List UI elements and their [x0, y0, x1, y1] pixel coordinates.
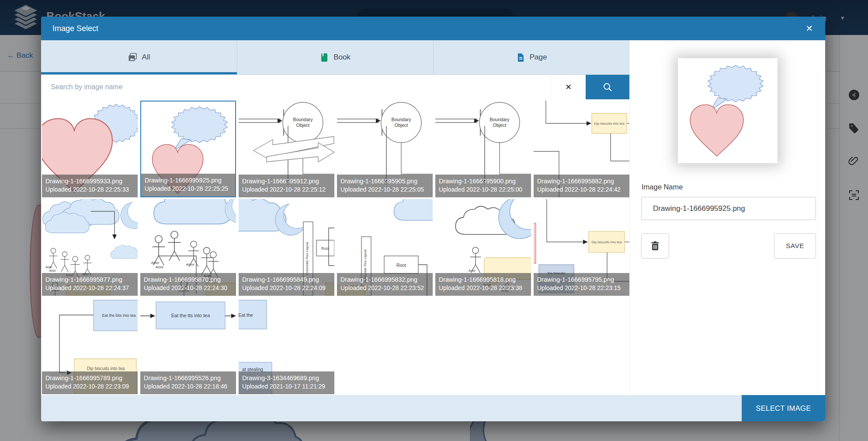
thumbnail-name: Drawing-1-1666995789.png — [45, 374, 134, 382]
search-button[interactable] — [586, 75, 629, 99]
tab-book[interactable]: Book — [237, 40, 434, 74]
gallery-item[interactable]: Horizontal Tree LayoutRoot Drawing-1-166… — [239, 199, 334, 296]
thumbnail-name: Drawing-1-1666995912.png — [242, 177, 331, 186]
search-input[interactable] — [41, 75, 551, 99]
gallery-item[interactable]: ActorActorActorActorActor Drawing-1-1666… — [140, 199, 236, 296]
gallery-item[interactable]: BoundaryObject Drawing-1-1666995912.png … — [239, 101, 334, 197]
gallery-item[interactable]: ActorActorActorActor Drawing-1-166699587… — [42, 199, 138, 296]
thumbnail-caption: Drawing-1-1666995900.png Uploaded 2022-1… — [435, 175, 531, 197]
thumbnail-uploaded: Uploaded 2022-10-28 22:25:05 — [340, 186, 429, 194]
thumbnail-name: Drawing-1-1666995933.png — [45, 177, 134, 186]
thumbnail-uploaded: Uploaded 2022-10-28 22:25:33 — [45, 186, 134, 194]
gallery-item[interactable]: Dip biscuits into teathe biscuits Drawin… — [534, 199, 629, 296]
svg-text:Eat the tts into tea: Eat the tts into tea — [171, 313, 211, 318]
thumbnail-caption: Drawing-3-1634469689.png Uploaded 2021-1… — [239, 371, 334, 394]
svg-text:Root: Root — [321, 246, 330, 251]
thumbnail-caption: Drawing-1-1666995882.png Uploaded 2022-1… — [534, 175, 629, 197]
thumbnail-name: Drawing-3-1634469689.png — [242, 374, 331, 382]
thumbnail-caption: Drawing-1-1666995526.png Uploaded 2022-1… — [140, 371, 236, 394]
image-select-modal: Image Select ✕ All — [41, 17, 825, 421]
gallery-item[interactable]: BoundaryObject Drawing-1-1666995905.png … — [337, 101, 433, 197]
thumbnail-name: Drawing-1-1666995526.png — [144, 374, 233, 382]
svg-text:Boundary: Boundary — [293, 117, 313, 122]
thumbnail-uploaded: Uploaded 2022-10-28 22:23:38 — [439, 284, 528, 292]
thumbnail-uploaded: Uploaded 2022-10-28 22:23:52 — [340, 284, 429, 292]
svg-text:Actor: Actor — [45, 266, 52, 269]
svg-text:Eat the bits into tea: Eat the bits into tea — [102, 313, 135, 318]
thumbnail-name: Drawing-1-1666995925.png — [145, 176, 232, 185]
svg-text:Dip biscuits into tea: Dip biscuits into tea — [594, 122, 625, 126]
thumbnail-name: Drawing-1-1666995905.png — [340, 177, 429, 186]
image-name-input[interactable] — [641, 197, 816, 220]
thumbnail-uploaded: Uploaded 2022-10-28 22:18:46 — [144, 382, 233, 391]
modal-header: Image Select ✕ — [41, 17, 825, 40]
thumbnail-caption: Drawing-1-1666995849.png Uploaded 2022-1… — [239, 273, 334, 296]
modal-footer: SELECT IMAGE — [41, 395, 825, 421]
svg-text:Boundary: Boundary — [392, 117, 412, 122]
thumbnail-uploaded: Uploaded 2022-10-28 22:23:09 — [45, 382, 134, 391]
svg-text:Dip biscuits into tea: Dip biscuits into tea — [591, 240, 622, 244]
gallery-item[interactable]: BoundaryObject Drawing-1-1666995900.png … — [435, 101, 531, 197]
search-row: ✕ — [41, 75, 629, 99]
gallery-item[interactable]: ActorActorActor Drawing-1-1666995818.png… — [435, 199, 531, 296]
gallery-item[interactable]: Eat the bits into teaDip biscuits into t… — [42, 298, 138, 394]
clear-icon: ✕ — [565, 83, 572, 91]
select-image-button[interactable]: SELECT IMAGE — [742, 395, 825, 421]
gallery-item[interactable]: Drawing-1-1666995925.png Uploaded 2022-1… — [140, 101, 236, 197]
svg-text:Actor: Actor — [186, 262, 194, 266]
thumbnail-name: Drawing-1-1666995795.png — [537, 276, 626, 284]
tab-bar: All Book — [41, 40, 629, 75]
tab-all[interactable]: All — [41, 40, 237, 74]
thumbnail-uploaded: Uploaded 2022-10-28 22:24:30 — [144, 284, 233, 292]
svg-text:Object: Object — [395, 122, 408, 128]
thumbnail-name: Drawing-1-1666995818.png — [439, 276, 528, 284]
thumbnail-uploaded: Uploaded 2022-10-28 22:24:37 — [45, 284, 134, 292]
svg-text:Horizontal Tree Layout: Horizontal Tree Layout — [305, 242, 309, 275]
svg-text:Dip biscuits into tea: Dip biscuits into tea — [87, 366, 125, 371]
thumbnail-name: Drawing-1-1666995832.png — [340, 276, 429, 284]
gallery-item[interactable]: Eat the tts into tea Drawing-1-166699552… — [140, 298, 236, 394]
page-icon — [516, 53, 525, 62]
magnifier-icon — [603, 82, 612, 92]
tab-page[interactable]: Page — [434, 40, 629, 74]
screen: BookStack admin ▾ ← Back — [0, 0, 868, 441]
svg-text:Boundary: Boundary — [490, 117, 510, 122]
gallery-item[interactable]: Horizontal Tree LayoutRoot Drawing-1-166… — [337, 199, 433, 296]
save-button[interactable]: SAVE — [774, 233, 816, 259]
gallery-grid: Drawing-1-1666995933.png Uploaded 2022-1… — [41, 99, 629, 395]
svg-text:Object: Object — [296, 122, 309, 128]
svg-text:Actor: Actor — [156, 265, 164, 269]
thumbnail-caption: Drawing-1-1666995870.png Uploaded 2022-1… — [140, 273, 236, 296]
thumbnail-uploaded: Uploaded 2022-10-28 22:25:25 — [145, 185, 232, 193]
image-name-label: Image Name — [642, 183, 683, 191]
thumbnail-caption: Drawing-1-1666995789.png Uploaded 2022-1… — [42, 371, 138, 394]
thumbnail-caption: Drawing-1-1666995912.png Uploaded 2022-1… — [239, 175, 334, 197]
thumbnail-caption: Drawing-1-1666995832.png Uploaded 2022-1… — [337, 273, 433, 296]
detail-panel: Image Name SAVE — [629, 40, 825, 395]
modal-title: Image Select — [52, 24, 98, 33]
thumbnail-caption: Drawing-1-1666995925.png Uploaded 2022-1… — [141, 174, 235, 196]
thumbnail-caption: Drawing-1-1666995905.png Uploaded 2022-1… — [337, 175, 433, 197]
svg-text:Actor: Actor — [49, 269, 56, 272]
thumbnail-caption: Drawing-1-1666995818.png Uploaded 2022-1… — [435, 273, 531, 296]
svg-text:Actor: Actor — [151, 261, 160, 265]
trash-icon — [651, 241, 660, 251]
svg-text:Actor: Actor — [469, 269, 476, 272]
thumbnail-uploaded: Uploaded 2021-10-17 11:21:29 — [242, 382, 331, 391]
gallery-item[interactable]: Dip biscuits into tea Drawing-1-16669958… — [534, 101, 629, 197]
close-button[interactable]: ✕ — [802, 21, 816, 35]
svg-text:Object: Object — [493, 122, 506, 128]
thumbnail-name: Drawing-1-1666995870.png — [144, 276, 233, 284]
thumbnail-uploaded: Uploaded 2022-10-28 22:25:12 — [242, 186, 331, 194]
svg-text:Root: Root — [396, 262, 406, 268]
svg-text:Eat the: Eat the — [239, 312, 253, 318]
thumbnail-caption: Drawing-1-1666995933.png Uploaded 2022-1… — [42, 175, 138, 197]
clear-search-button[interactable]: ✕ — [551, 75, 586, 99]
thumbnail-name: Drawing-1-1666995849.png — [242, 276, 331, 284]
thumbnail-caption: Drawing-1-1666995877.png Uploaded 2022-1… — [42, 273, 138, 296]
gallery-item[interactable]: Eat theat stealing Drawing-3-1634469689.… — [239, 298, 334, 394]
thumbnail-name: Drawing-1-1666995877.png — [45, 276, 134, 284]
thumbnail-uploaded: Uploaded 2022-10-28 22:23:15 — [537, 284, 626, 292]
delete-image-button[interactable] — [641, 233, 669, 259]
gallery-item[interactable]: Drawing-1-1666995933.png Uploaded 2022-1… — [42, 101, 138, 197]
